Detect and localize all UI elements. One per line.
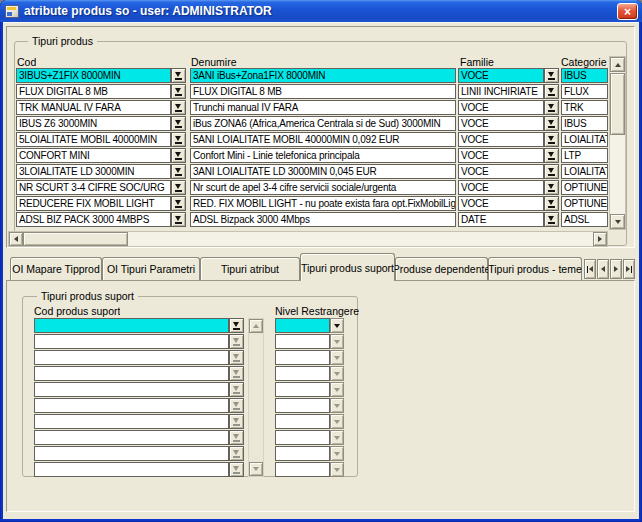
familie-lov-button[interactable] [544, 68, 559, 83]
familie-field[interactable]: VOCE [458, 180, 544, 195]
cod-produs-suport-field[interactable] [34, 398, 229, 413]
cod-field[interactable]: TRK MANUAL IV FARA [16, 100, 171, 115]
categorie-field[interactable]: TRK [561, 100, 608, 115]
familie-field[interactable]: VOCE [458, 116, 544, 131]
cod-produs-suport-lov-button[interactable] [229, 366, 244, 381]
tab-oi-tipuri-parametri[interactable]: OI Tipuri Parametri [102, 257, 200, 280]
cod-field[interactable]: NR SCURT 3-4 CIFRE SOC/URG [16, 180, 171, 195]
denumire-field[interactable]: FLUX DIGITAL 8 MB [190, 84, 456, 99]
denumire-field[interactable]: Trunchi manual IV FARA [190, 100, 456, 115]
cod-produs-suport-field[interactable] [34, 382, 229, 397]
familie-lov-button[interactable] [544, 164, 559, 179]
cod-lov-button[interactable] [171, 164, 186, 179]
categorie-field[interactable]: OPTIUNE [561, 196, 608, 211]
nivel-restrangere-dropdown[interactable] [330, 334, 344, 349]
next-record-button[interactable] [610, 259, 622, 279]
nivel-restrangere-dropdown[interactable] [330, 318, 344, 333]
cod-field[interactable]: CONFORT MINI [16, 148, 171, 163]
cod-lov-button[interactable] [171, 196, 186, 211]
cod-field[interactable]: REDUCERE FIX MOBIL LIGHT [16, 196, 171, 211]
categorie-field[interactable]: ADSL [561, 212, 608, 227]
cod-produs-suport-lov-button[interactable] [229, 350, 244, 365]
cod-field[interactable]: ADSL BIZ PACK 3000 4MBPS [16, 212, 171, 227]
tab-tipuri-atribut[interactable]: Tipuri atribut [200, 257, 300, 280]
horizontal-scrollbar[interactable] [8, 231, 608, 247]
cod-produs-suport-field[interactable] [34, 430, 229, 445]
cod-produs-suport-lov-button[interactable] [229, 414, 244, 429]
familie-field[interactable]: VOCE [458, 164, 544, 179]
scroll-up-button[interactable] [610, 57, 625, 72]
cod-produs-suport-field[interactable] [34, 366, 229, 381]
familie-field[interactable]: VOCE [458, 132, 544, 147]
nivel-restrangere-field[interactable] [275, 350, 330, 365]
cod-produs-suport-field[interactable] [34, 462, 229, 477]
vertical-scroll-thumb[interactable] [610, 73, 625, 135]
familie-field[interactable]: VOCE [458, 148, 544, 163]
familie-lov-button[interactable] [544, 116, 559, 131]
nivel-restrangere-dropdown[interactable] [330, 366, 344, 381]
familie-field[interactable]: DATE [458, 212, 544, 227]
categorie-field[interactable]: IBUS [561, 116, 608, 131]
nivel-restrangere-dropdown[interactable] [330, 430, 344, 445]
scroll-left-button[interactable] [9, 232, 23, 246]
familie-lov-button[interactable] [544, 84, 559, 99]
last-record-button[interactable] [623, 259, 635, 279]
previous-record-button[interactable] [597, 259, 609, 279]
support-scroll-down-button[interactable] [249, 462, 263, 476]
nivel-restrangere-field[interactable] [275, 462, 330, 477]
cod-lov-button[interactable] [171, 180, 186, 195]
denumire-field[interactable]: iBus ZONA6 (Africa,America Centrala si d… [190, 116, 456, 131]
cod-field[interactable]: 3IBUS+Z1FIX 8000MIN [16, 68, 171, 83]
nivel-restrangere-field[interactable] [275, 446, 330, 461]
cod-produs-suport-lov-button[interactable] [229, 318, 244, 333]
categorie-field[interactable]: LOIALITATE [561, 164, 608, 179]
denumire-field[interactable]: Nr scurt de apel 3-4 cifre servicii soci… [190, 180, 456, 195]
familie-lov-button[interactable] [544, 100, 559, 115]
cod-produs-suport-field[interactable] [34, 350, 229, 365]
categorie-field[interactable]: IBUS [561, 68, 608, 83]
tab-tipuri-produs-teme[interactable]: Tipuri produs - teme [488, 257, 582, 280]
nivel-restrangere-dropdown[interactable] [330, 446, 344, 461]
cod-produs-suport-field[interactable] [34, 446, 229, 461]
cod-produs-suport-field[interactable] [34, 318, 229, 333]
cod-produs-suport-lov-button[interactable] [229, 462, 244, 477]
denumire-field[interactable]: 5ANI LOIALITATE MOBIL 40000MIN 0,092 EUR [190, 132, 456, 147]
tab-tipuri-produs-suport[interactable]: Tipuri produs suport [300, 253, 395, 281]
familie-field[interactable]: LINII INCHIRIATE [458, 84, 544, 99]
cod-field[interactable]: 5LOIALITATE MOBIL 40000MIN [16, 132, 171, 147]
cod-produs-suport-field[interactable] [34, 414, 229, 429]
nivel-restrangere-dropdown[interactable] [330, 350, 344, 365]
familie-field[interactable]: VOCE [458, 100, 544, 115]
tab-produse-dependente[interactable]: Produse dependente [395, 257, 488, 280]
nivel-restrangere-dropdown[interactable] [330, 414, 344, 429]
categorie-field[interactable]: OPTIUNE [561, 180, 608, 195]
nivel-restrangere-field[interactable] [275, 398, 330, 413]
nivel-restrangere-field[interactable] [275, 382, 330, 397]
denumire-field[interactable]: 3ANI LOIALITATE LD 3000MIN 0,045 EUR [190, 164, 456, 179]
denumire-field[interactable]: ADSL Bizpack 3000 4Mbps [190, 212, 456, 227]
cod-lov-button[interactable] [171, 68, 186, 83]
nivel-restrangere-dropdown[interactable] [330, 462, 344, 477]
familie-lov-button[interactable] [544, 132, 559, 147]
cod-produs-suport-field[interactable] [34, 334, 229, 349]
cod-produs-suport-lov-button[interactable] [229, 446, 244, 461]
scroll-right-button[interactable] [593, 232, 607, 246]
cod-produs-suport-lov-button[interactable] [229, 382, 244, 397]
cod-lov-button[interactable] [171, 132, 186, 147]
familie-lov-button[interactable] [544, 212, 559, 227]
cod-produs-suport-lov-button[interactable] [229, 334, 244, 349]
denumire-field[interactable]: RED. FIX MOBIL LIGHT - nu poate exista f… [190, 196, 456, 211]
cod-lov-button[interactable] [171, 100, 186, 115]
familie-field[interactable]: VOCE [458, 68, 544, 83]
cod-lov-button[interactable] [171, 148, 186, 163]
nivel-restrangere-field[interactable] [275, 414, 330, 429]
cod-produs-suport-lov-button[interactable] [229, 398, 244, 413]
categorie-field[interactable]: FLUX [561, 84, 608, 99]
familie-lov-button[interactable] [544, 180, 559, 195]
support-vertical-scrollbar[interactable] [248, 318, 264, 477]
familie-lov-button[interactable] [544, 196, 559, 211]
denumire-field[interactable]: 3ANI iBus+Zona1FIX 8000MIN [190, 68, 456, 83]
denumire-field[interactable]: Confort Mini - Linie telefonica principa… [190, 148, 456, 163]
nivel-restrangere-dropdown[interactable] [330, 398, 344, 413]
familie-field[interactable]: VOCE [458, 196, 544, 211]
